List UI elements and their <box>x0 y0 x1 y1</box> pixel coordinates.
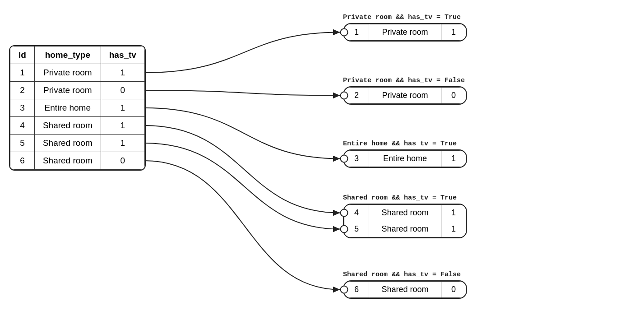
diagram-container: id home_type has_tv 1 Private room 1 2 P… <box>0 0 644 325</box>
cell-id: 6 <box>10 152 35 170</box>
cell-id: 1 <box>10 64 35 82</box>
result-group-group4: Shared room && has_tv = True 4 Shared ro… <box>343 194 467 238</box>
group-label-group3: Entire home && has_tv = True <box>343 140 467 148</box>
cell-hastv: 1 <box>101 64 144 82</box>
cell-hastv: 1 <box>101 99 144 117</box>
result-row-1: 1 Private room 1 <box>344 24 466 41</box>
cell-id: 4 <box>10 117 35 135</box>
col-hastv-header: has_tv <box>101 46 144 64</box>
cell-hometype: Private room <box>34 64 101 82</box>
result-cell-id: 2 <box>344 88 369 104</box>
source-row-5: 5 Shared room 1 <box>10 135 145 152</box>
cell-id: 2 <box>10 82 35 99</box>
result-cell-hastv: 1 <box>441 151 466 167</box>
arrow-2 <box>144 108 340 159</box>
result-cell-id: 4 <box>344 205 369 221</box>
result-cell-hometype: Entire home <box>369 151 441 167</box>
result-row-5: 5 Shared room 1 <box>344 221 466 237</box>
result-group-group3: Entire home && has_tv = True 3 Entire ho… <box>343 140 467 168</box>
source-row-3: 3 Entire home 1 <box>10 99 145 117</box>
result-cell-id: 3 <box>344 151 369 167</box>
source-row-1: 1 Private room 1 <box>10 64 145 82</box>
result-cell-hometype: Private room <box>369 24 441 41</box>
arrow-3 <box>144 125 340 213</box>
result-group-group1: Private room && has_tv = True 1 Private … <box>343 14 467 42</box>
result-row-4: 4 Shared room 1 <box>344 205 466 221</box>
cell-hastv: 1 <box>101 135 144 152</box>
arrow-5 <box>144 161 340 290</box>
result-cell-hastv: 0 <box>441 88 466 104</box>
cell-hometype: Shared room <box>34 135 101 152</box>
arrow-0 <box>144 32 340 73</box>
cell-hastv: 0 <box>101 82 144 99</box>
cell-hometype: Entire home <box>34 99 101 117</box>
group-label-group2: Private room && has_tv = False <box>343 77 467 84</box>
source-row-2: 2 Private room 0 <box>10 82 145 99</box>
source-row-4: 4 Shared room 1 <box>10 117 145 135</box>
source-row-6: 6 Shared room 0 <box>10 152 145 170</box>
result-group-group2: Private room && has_tv = False 2 Private… <box>343 77 467 105</box>
result-cell-hometype: Private room <box>369 88 441 104</box>
arrow-1 <box>144 90 340 96</box>
group-label-group4: Shared room && has_tv = True <box>343 194 467 202</box>
result-cell-id: 6 <box>344 282 369 298</box>
result-group-group5: Shared room && has_tv = False 6 Shared r… <box>343 271 467 299</box>
result-cell-hometype: Shared room <box>369 282 441 298</box>
cell-hometype: Shared room <box>34 152 101 170</box>
group-label-group1: Private room && has_tv = True <box>343 14 467 21</box>
cell-id: 3 <box>10 99 35 117</box>
source-table: id home_type has_tv 1 Private room 1 2 P… <box>9 45 146 171</box>
result-row-6: 6 Shared room 0 <box>344 282 466 298</box>
arrow-4 <box>144 143 340 229</box>
group-label-group5: Shared room && has_tv = False <box>343 271 467 279</box>
col-id-header: id <box>10 46 35 64</box>
result-cell-hastv: 1 <box>441 205 466 221</box>
result-cell-hastv: 0 <box>441 282 466 298</box>
result-cell-hastv: 1 <box>441 24 466 41</box>
result-cell-id: 1 <box>344 24 369 41</box>
cell-hometype: Private room <box>34 82 101 99</box>
result-cell-hastv: 1 <box>441 221 466 237</box>
result-cell-hometype: Shared room <box>369 205 441 221</box>
cell-id: 5 <box>10 135 35 152</box>
result-cell-id: 5 <box>344 221 369 237</box>
result-row-2: 2 Private room 0 <box>344 88 466 104</box>
result-row-3: 3 Entire home 1 <box>344 151 466 167</box>
cell-hastv: 1 <box>101 117 144 135</box>
cell-hometype: Shared room <box>34 117 101 135</box>
col-hometype-header: home_type <box>34 46 101 64</box>
cell-hastv: 0 <box>101 152 144 170</box>
result-cell-hometype: Shared room <box>369 221 441 237</box>
